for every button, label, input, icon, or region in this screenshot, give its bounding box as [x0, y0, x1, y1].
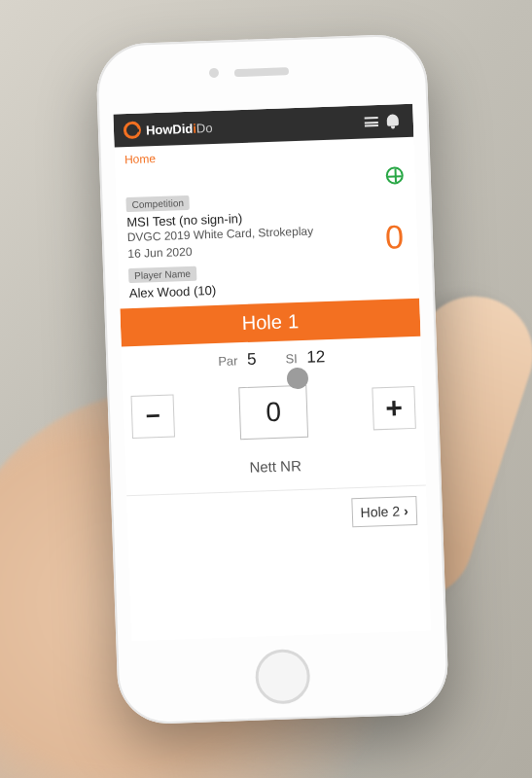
hamburger-icon — [365, 117, 378, 126]
brand-logo[interactable]: HowDidiDo — [124, 114, 361, 140]
menu-button[interactable] — [361, 114, 383, 130]
si-value: 12 — [306, 347, 326, 367]
chevron-right-icon: › — [404, 503, 408, 518]
increment-button[interactable]: + — [372, 385, 416, 430]
hole-label: Hole — [241, 310, 282, 333]
brand-icon — [124, 122, 142, 140]
nav-row: Hole 2 › — [126, 485, 428, 545]
brand-part-do: Do — [196, 120, 213, 135]
app-screen: HowDidiDo Home Competition MSI Test (no … — [113, 104, 431, 641]
notifications-button[interactable] — [382, 113, 405, 129]
score-value: 0 — [238, 384, 308, 439]
phone-home-button[interactable] — [255, 649, 311, 705]
competition-badge: Competition — [125, 195, 190, 212]
brand-part-a: HowDid — [146, 121, 194, 137]
phone-frame: HowDidiDo Home Competition MSI Test (no … — [95, 33, 449, 725]
globe-icon[interactable] — [385, 166, 404, 185]
par-label: Par — [218, 353, 238, 369]
hole-number: 1 — [288, 310, 300, 332]
decrement-button[interactable]: − — [130, 394, 175, 439]
bell-icon — [387, 114, 399, 125]
next-hole-label: Hole 2 — [360, 503, 400, 519]
si-label: SI — [285, 351, 298, 366]
next-hole-button[interactable]: Hole 2 › — [351, 495, 417, 526]
total-score: 0 — [384, 220, 408, 254]
score-row: − 0 + — [123, 367, 424, 451]
player-badge: Player Name — [128, 265, 196, 282]
competition-section: Competition MSI Test (no sign-in) DVGC 2… — [116, 188, 419, 308]
phone-camera — [209, 68, 219, 78]
brand-text: HowDidiDo — [146, 120, 213, 136]
par-value: 5 — [247, 349, 257, 368]
phone-speaker — [234, 67, 289, 77]
